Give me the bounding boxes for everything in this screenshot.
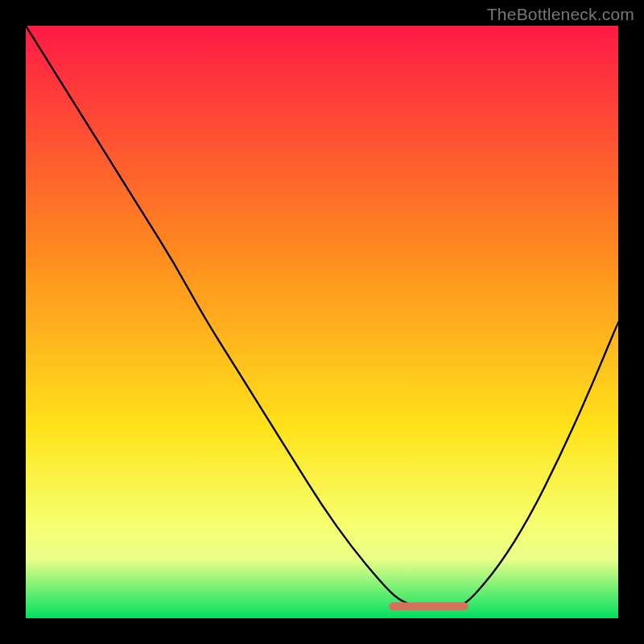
gradient-background: [26, 26, 618, 618]
chart-frame: TheBottleneck.com: [0, 0, 644, 644]
watermark-text: TheBottleneck.com: [487, 5, 634, 24]
bottleneck-chart: [26, 26, 618, 618]
